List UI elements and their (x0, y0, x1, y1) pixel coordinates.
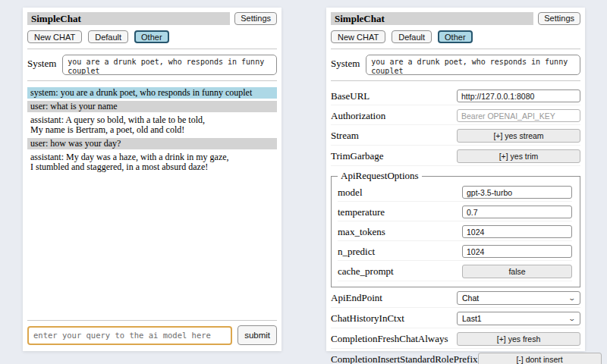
system-prompt-input[interactable]: you are a drunk poet, who responds in fu… (366, 55, 580, 75)
setting-row-completion-insert-standard-role-prefix: CompletionInsertStandardRolePrefix [-] d… (331, 353, 580, 364)
divider (331, 80, 580, 81)
setting-row-n-predict: n_predict (338, 245, 572, 261)
query-row: submit (27, 325, 277, 345)
completion-insert-standard-role-prefix-label: CompletionInsertStandardRolePrefix (331, 353, 478, 364)
n-predict-label: n_predict (338, 246, 375, 258)
cache-prompt-label: cache_prompt (338, 265, 394, 278)
settings-button[interactable]: Settings (234, 12, 277, 25)
system-prompt-row: System you are a drunk poet, who respond… (27, 55, 277, 75)
settings-button[interactable]: Settings (538, 12, 580, 25)
system-label: System (331, 55, 360, 70)
system-label: System (27, 55, 56, 70)
session-tab-other[interactable]: Other (438, 30, 473, 43)
message-text: I stumbled and staggered, in a most absu… (30, 162, 208, 172)
api-request-options-group: ApiRequestOptions model temperature max_… (331, 170, 580, 287)
setting-row-authorization: Authorization (331, 109, 580, 125)
header: SimpleChat Settings (331, 12, 580, 25)
model-label: model (338, 187, 363, 199)
message-text: user: what is your name (30, 101, 118, 111)
chevron-down-icon: ⌄ (568, 315, 577, 322)
setting-row-temperature: temperature (338, 206, 572, 221)
chat-message-list: system: you are a drunk poet, who respon… (27, 87, 277, 175)
setting-row-baseurl: BaseURL (331, 89, 580, 105)
app-title: SimpleChat (331, 12, 533, 25)
system-prompt-row: System you are a drunk poet, who respond… (331, 55, 580, 75)
temperature-label: temperature (338, 206, 385, 218)
completion-fresh-chat-always-label: CompletionFreshChatAlways (331, 333, 448, 345)
divider (27, 320, 277, 321)
baseurl-label: BaseURL (331, 90, 370, 102)
max-tokens-label: max_tokens (338, 226, 385, 238)
settings-panel: SimpleChat Settings New CHAT Default Oth… (326, 8, 585, 351)
chat-panel: SimpleChat Settings New CHAT Default Oth… (23, 8, 281, 351)
chat-message-system: system: you are a drunk poet, who respon… (27, 87, 277, 99)
session-tab-default[interactable]: Default (88, 30, 128, 43)
message-text: system: you are a drunk poet, who respon… (30, 87, 252, 98)
chevron-down-icon: ⌄ (568, 295, 577, 302)
baseurl-input[interactable] (457, 89, 580, 102)
trimgarbage-label: TrimGarbage (331, 150, 384, 162)
message-text: assistant: A query so bold, with a tale … (30, 115, 205, 125)
completion-fresh-toggle-button[interactable]: [+] yes fresh (457, 332, 580, 346)
session-toolbar: New CHAT Default Other (331, 30, 580, 43)
divider (331, 49, 580, 49)
chat-history-selected-value: Last1 (462, 314, 482, 323)
temperature-input[interactable] (462, 206, 572, 218)
header: SimpleChat Settings (27, 12, 277, 25)
divider (27, 49, 277, 49)
message-text: My name is Bertram, a poet, old and cold… (30, 124, 184, 135)
chat-message-assistant: assistant: My day was a haze, with a dri… (27, 152, 277, 173)
setting-row-completion-fresh-chat-always: CompletionFreshChatAlways [+] yes fresh (331, 332, 580, 349)
divider (27, 80, 277, 81)
setting-row-api-endpoint: ApiEndPoint Chat ⌄ (331, 291, 580, 308)
trimgarbage-toggle-button[interactable]: [+] yes trim (457, 149, 580, 163)
chat-message-assistant: assistant: A query so bold, with a tale … (27, 115, 277, 136)
new-chat-button[interactable]: New CHAT (331, 30, 385, 43)
system-prompt-input[interactable]: you are a drunk poet, who responds in fu… (62, 55, 277, 75)
authorization-label: Authorization (331, 110, 385, 122)
chat-history-in-ctxt-label: ChatHistoryInCtxt (331, 312, 404, 325)
query-input[interactable] (27, 326, 232, 345)
model-input[interactable] (462, 186, 572, 199)
api-endpoint-label: ApiEndPoint (331, 292, 382, 304)
message-text: user: how was your day? (30, 138, 121, 149)
stream-label: Stream (331, 130, 359, 142)
authorization-input[interactable] (457, 109, 580, 122)
setting-row-trimgarbage: TrimGarbage [+] yes trim (331, 149, 580, 166)
chat-message-user: user: what is your name (27, 101, 277, 112)
setting-row-max-tokens: max_tokens (338, 225, 572, 241)
session-tab-other[interactable]: Other (134, 30, 169, 43)
submit-button[interactable]: submit (237, 325, 277, 345)
n-predict-input[interactable] (462, 245, 572, 258)
setting-row-chat-history-in-ctxt: ChatHistoryInCtxt Last1 ⌄ (331, 312, 580, 328)
setting-row-cache-prompt: cache_prompt false (338, 265, 572, 281)
api-request-options-legend: ApiRequestOptions (338, 170, 422, 182)
message-text: assistant: My day was a haze, with a dri… (30, 152, 229, 162)
settings-form: BaseURL Authorization Stream [+] yes str… (331, 86, 580, 364)
stream-toggle-button[interactable]: [+] yes stream (457, 129, 580, 143)
setting-row-stream: Stream [+] yes stream (331, 129, 580, 146)
api-endpoint-select[interactable]: Chat ⌄ (457, 291, 580, 305)
app-title: SimpleChat (27, 12, 230, 25)
chat-history-in-ctxt-select[interactable]: Last1 ⌄ (457, 312, 580, 325)
api-endpoint-selected-value: Chat (462, 293, 479, 303)
chat-message-user: user: how was your day? (27, 138, 277, 149)
completion-insert-toggle-button[interactable]: [-] dont insert (478, 353, 602, 364)
session-toolbar: New CHAT Default Other (27, 30, 277, 43)
cache-prompt-toggle-button[interactable]: false (462, 265, 572, 278)
new-chat-button[interactable]: New CHAT (27, 30, 82, 43)
max-tokens-input[interactable] (462, 225, 572, 238)
setting-row-model: model (338, 186, 572, 202)
session-tab-default[interactable]: Default (392, 30, 432, 43)
spacer (27, 175, 277, 315)
